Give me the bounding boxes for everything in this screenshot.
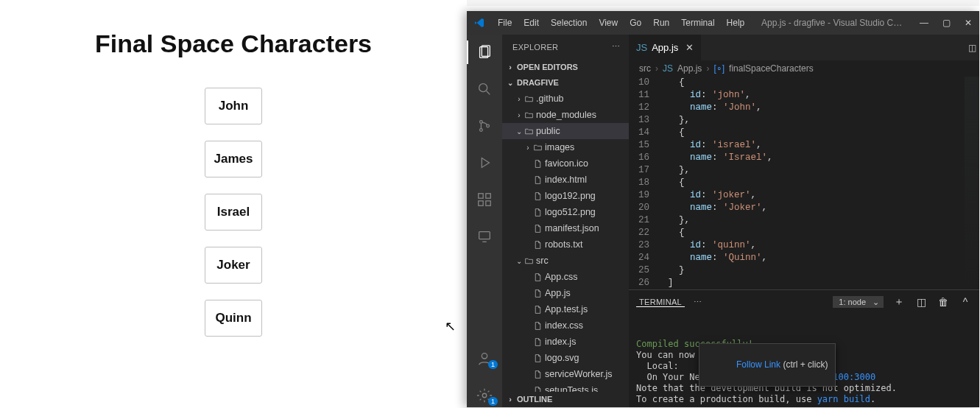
tree-file[interactable]: logo192.png [502,188,629,204]
chevron-right-icon [524,144,532,152]
activity-settings-icon[interactable]: 1 [467,384,502,407]
file-icon [532,321,543,331]
character-card[interactable]: Israel [205,194,262,231]
chevron-right-icon [515,111,523,119]
panel-more-icon[interactable]: ⋯ [694,298,703,307]
character-card[interactable]: Joker [205,247,262,284]
explorer-title: EXPLORER [512,43,558,52]
tree-file[interactable]: index.js [502,334,629,350]
terminal-new-icon[interactable]: ＋ [892,295,906,309]
tree-file[interactable]: serviceWorker.js [502,366,629,382]
window-close-button[interactable]: ✕ [957,18,979,28]
tree-file[interactable]: logo512.png [502,204,629,220]
folder-icon [523,127,535,136]
tab-app-js[interactable]: JS App.js ✕ [629,35,702,60]
activity-explorer-icon[interactable] [467,41,502,64]
window-title: App.js - dragfive - Visual Studio C… [750,18,913,28]
menu-go[interactable]: Go [624,18,647,28]
window-minimize-button[interactable]: — [913,18,935,28]
file-icon [532,224,543,233]
terminal-split-icon[interactable]: ◫ [914,296,928,308]
chevron-right-icon [507,63,514,71]
character-card[interactable]: John [205,88,262,124]
tree-file[interactable]: manifest.json [502,220,629,236]
project-section[interactable]: DRAGFIVE [502,75,629,91]
terminal-panel: TERMINAL ⋯ 1: node ＋ ◫ 🗑 ^ Compiled succ… [629,289,979,407]
tree-file[interactable]: App.js [502,285,629,301]
explorer-more-icon[interactable]: ⋯ [612,42,621,52]
file-icon [532,289,543,298]
tree-file[interactable]: index.css [502,317,629,334]
tree-item-label: index.css [543,320,583,331]
activity-extensions-icon[interactable] [467,188,502,211]
folder-icon [523,256,535,266]
tree-file[interactable]: favicon.ico [502,155,629,172]
file-icon [532,354,543,363]
tab-label: App.js [652,42,678,53]
tree-item-label: manifest.json [543,223,599,233]
split-editor-icon[interactable]: ◫ [965,35,979,60]
editor-group: JS App.js ✕ ◫ src › JS App.js › [∘] fina… [629,35,979,407]
tab-close-icon[interactable]: ✕ [685,42,694,53]
chevron-down-icon [515,127,523,136]
tree-item-label: App.css [543,272,577,282]
tree-item-label: serviceWorker.js [543,369,612,379]
activity-accounts-icon[interactable]: 1 [467,347,502,370]
breadcrumbs[interactable]: src › JS App.js › [∘] finalSpaceCharacte… [629,60,979,77]
activity-remote-icon[interactable] [467,225,502,248]
tree-file[interactable]: robots.txt [502,236,629,253]
tree-item-label: logo.svg [543,353,579,363]
file-icon [532,191,543,201]
menu-terminal[interactable]: Terminal [675,18,720,28]
activity-search-icon[interactable] [467,77,502,101]
file-icon [532,159,543,169]
breadcrumb-item[interactable]: finalSpaceCharacters [729,63,814,74]
link-tooltip: Follow Link (ctrl + click) [699,343,836,387]
code-content[interactable]: { id: 'john', name: 'John', }, { id: 'is… [657,77,979,289]
tree-file[interactable]: App.css [502,269,629,285]
chevron-right-icon: › [655,63,658,74]
character-card[interactable]: Quinn [205,300,262,337]
menu-edit[interactable]: Edit [518,18,545,28]
tree-folder[interactable]: images [502,139,629,155]
tree-item-label: images [543,142,574,152]
terminal-kill-icon[interactable]: 🗑 [937,296,950,308]
menu-help[interactable]: Help [721,18,751,28]
tooltip-hint-text: (ctrl + click) [780,359,828,370]
activity-debug-icon[interactable] [467,151,502,175]
js-file-icon: JS [663,63,673,74]
tree-folder[interactable]: public [502,123,629,139]
panel-tab-terminal[interactable]: TERMINAL [636,298,685,307]
svg-point-4 [480,129,483,132]
terminal-content[interactable]: Compiled successfully!You can now view d… [629,314,979,407]
tree-file[interactable]: setupTests.is [502,382,629,391]
menu-run[interactable]: Run [647,18,675,28]
open-editors-section[interactable]: OPEN EDITORS [502,59,629,74]
breadcrumb-item[interactable]: App.js [677,63,702,74]
tree-file[interactable]: index.html [502,172,629,188]
chevron-right-icon: › [706,63,709,74]
menu-selection[interactable]: Selection [545,18,593,28]
breadcrumb-item[interactable]: src [639,63,651,74]
svg-rect-7 [486,194,490,198]
explorer-header: EXPLORER ⋯ [502,35,629,59]
file-icon [532,240,543,250]
tree-file[interactable]: App.test.js [502,301,629,317]
tree-folder[interactable]: src [502,253,629,269]
terminal-dropdown[interactable]: 1: node [833,296,884,308]
menu-view[interactable]: View [593,18,624,28]
outline-section[interactable]: OUTLINE [502,392,629,407]
code-editor[interactable]: 10 11 12 13 14 15 16 17 18 19 20 21 22 2… [629,77,979,289]
chevron-down-icon [515,257,523,265]
tree-file[interactable]: logo.svg [502,350,629,366]
tree-folder[interactable]: node_modules [502,107,629,123]
tree-item-label: robots.txt [543,239,582,250]
chevron-up-icon[interactable]: ^ [959,296,972,308]
character-card[interactable]: James [205,141,262,177]
tree-folder[interactable]: .github [502,91,629,107]
activity-source-control-icon[interactable] [467,114,502,138]
tree-item-label: index.html [543,175,587,185]
menu-file[interactable]: File [492,18,518,28]
minimap[interactable] [965,77,979,289]
window-maximize-button[interactable]: ▢ [935,18,957,28]
